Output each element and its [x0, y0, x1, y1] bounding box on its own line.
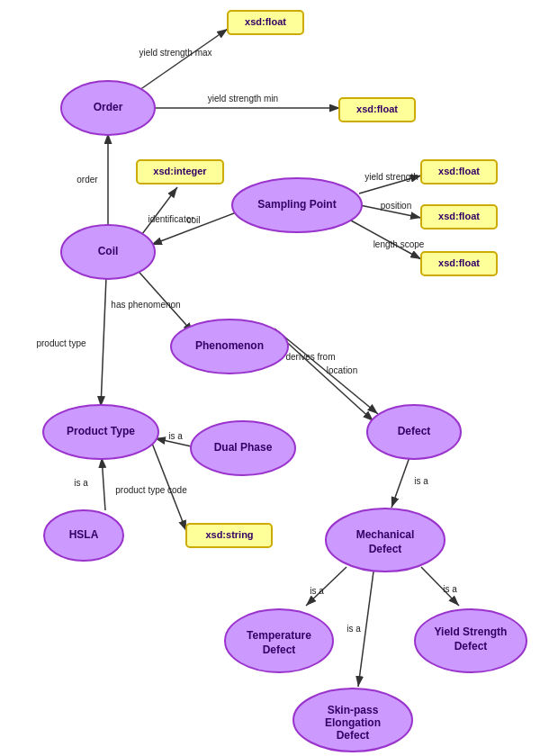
label-order: order [76, 175, 98, 184]
rect-xsdstr-label: xsd:string [205, 529, 253, 540]
label-defect-mech-isa: is a [414, 476, 428, 486]
node-pt-label: Product Type [67, 425, 135, 437]
edge-defect-mech [392, 457, 410, 508]
label-mech-skin-isa: is a [346, 624, 361, 634]
ontology-diagram: yield strength max yield strength min or… [0, 0, 540, 756]
edge-phen-defect-loc [282, 338, 374, 421]
rect-xsdint-label: xsd:integer [153, 166, 207, 176]
node-mech-label1: Mechanical [356, 528, 415, 541]
node-hsla-label: HSLA [69, 528, 99, 541]
rect-xsdfloat2-label: xsd:float [356, 104, 398, 114]
label-derives: derives from [285, 352, 335, 362]
node-ys-label2: Defect [454, 640, 488, 652]
edge-hsla-pt [102, 457, 105, 510]
rect-xsdfloat1-label: xsd:float [245, 16, 286, 27]
label-coil: coil [186, 215, 200, 225]
node-defect-label: Defect [398, 425, 431, 437]
edge-order-ysmax [140, 29, 228, 90]
node-order-label: Order [94, 101, 123, 113]
rect-xsdfloat5-label: xsd:float [438, 257, 480, 268]
node-temp-label1: Temperature [247, 629, 311, 642]
label-ls: length scope [374, 239, 425, 249]
rect-xsdfloat3-label: xsd:float [438, 166, 480, 176]
node-skin-label2: Elongation [325, 716, 381, 729]
label-pos: position [381, 201, 411, 211]
rect-xsdfloat4-label: xsd:float [438, 211, 480, 221]
label-mech-ys-isa: is a [443, 584, 457, 594]
label-location: location [327, 365, 357, 375]
label-prodtype: product type [36, 338, 86, 348]
label-ysmin: yield strength min [208, 94, 278, 104]
node-skin-label3: Defect [337, 729, 370, 742]
node-temp-label2: Defect [263, 644, 296, 656]
edge-phen-defect-der [274, 328, 378, 414]
label-ys: yield strength [364, 172, 418, 182]
label-ysmax: yield strength max [139, 48, 212, 58]
label-hasphen: has phenomenon [111, 300, 180, 310]
node-coil-label: Coil [98, 245, 119, 257]
node-sp-label: Sampling Point [257, 198, 336, 211]
node-mech-label2: Defect [369, 543, 402, 555]
label-hsla-isa: is a [74, 478, 88, 488]
node-skin-label1: Skin-pass [328, 704, 379, 716]
label-dual-isa: is a [168, 431, 183, 441]
label-pt-code: product type code [115, 485, 187, 495]
edge-coil-pt [101, 277, 106, 407]
node-dual-label: Dual Phase [214, 441, 273, 454]
node-ys-label1: Yield Strength [435, 626, 508, 638]
label-mech-temp-isa: is a [310, 586, 324, 596]
node-phen-label: Phenomenon [195, 339, 264, 352]
